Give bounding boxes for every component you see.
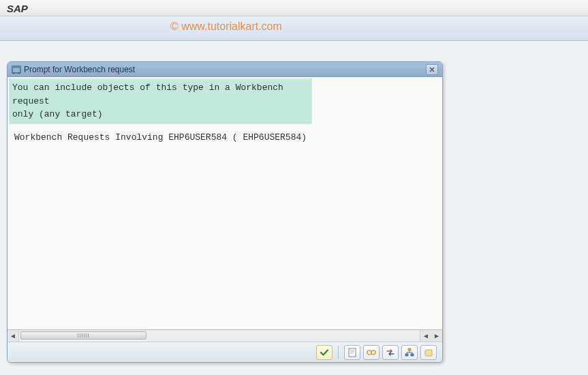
dialog-footer-toolbar <box>7 342 442 362</box>
svg-rect-8 <box>425 350 432 356</box>
svg-point-3 <box>367 350 371 355</box>
main-toolbar: © www.tutorialkart.com <box>0 16 588 41</box>
dialog-close-button[interactable] <box>426 64 438 75</box>
cancel-button[interactable] <box>420 345 437 360</box>
app-header: SAP <box>0 0 588 16</box>
dialog-body: You can include objects of this type in … <box>7 77 442 342</box>
svg-rect-1 <box>12 66 20 68</box>
scroll-right-arrow-icon[interactable]: ◄ <box>420 331 431 342</box>
info-line-2: only (any target) <box>12 108 309 121</box>
content-area: Prompt for Workbench request You can inc… <box>0 41 588 375</box>
window-icon <box>12 65 21 74</box>
info-message: You can include objects of this type in … <box>9 78 312 124</box>
create-request-button[interactable] <box>344 345 360 360</box>
svg-rect-6 <box>405 354 408 356</box>
svg-rect-5 <box>408 348 411 350</box>
request-list-header: Workbench Requests Involving EHP6USER584… <box>9 130 441 145</box>
scroll-track[interactable] <box>18 331 420 342</box>
watermark-text: © www.tutorialkart.com <box>170 20 282 33</box>
app-title: SAP <box>7 3 28 14</box>
hierarchy-button[interactable] <box>401 345 418 360</box>
dialog-title: Prompt for Workbench request <box>24 65 135 74</box>
own-requests-button[interactable] <box>363 345 380 360</box>
workbench-request-dialog: Prompt for Workbench request You can inc… <box>7 61 443 363</box>
svg-rect-7 <box>411 354 414 356</box>
scroll-thumb[interactable] <box>20 331 146 340</box>
dialog-title-group: Prompt for Workbench request <box>12 65 135 74</box>
change-request-button[interactable] <box>382 345 399 360</box>
dialog-titlebar[interactable]: Prompt for Workbench request <box>7 62 442 77</box>
svg-rect-2 <box>349 348 356 357</box>
toolbar-separator <box>338 346 339 359</box>
scroll-right-arrow2-icon[interactable]: ► <box>431 331 442 342</box>
scroll-left-arrow-icon[interactable]: ◄ <box>7 331 18 342</box>
accept-button[interactable] <box>316 345 332 360</box>
horizontal-scrollbar[interactable]: ◄ ◄ ► <box>7 329 442 342</box>
svg-point-4 <box>371 350 375 355</box>
info-line-1: You can include objects of this type in … <box>12 81 309 108</box>
